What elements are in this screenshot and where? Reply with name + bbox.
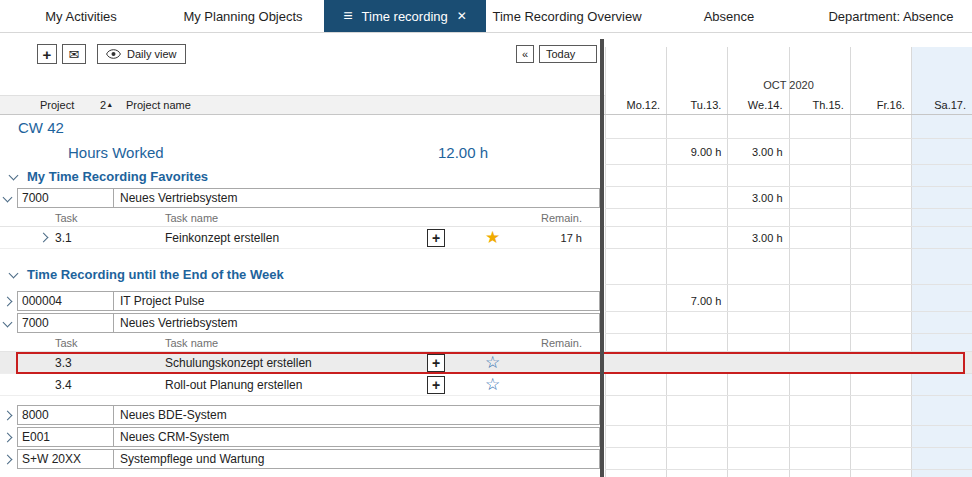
tab-my-planning-objects[interactable]: My Planning Objects xyxy=(162,0,324,32)
day-cell-mo[interactable] xyxy=(605,426,666,447)
day-cell-th[interactable] xyxy=(789,426,850,447)
add-entry-button[interactable]: + xyxy=(37,44,57,64)
day-cell-th[interactable] xyxy=(789,263,850,284)
day-cell-sa[interactable] xyxy=(911,290,972,311)
section-title[interactable]: Time Recording until the End of the Week xyxy=(27,267,284,282)
tab-department-absence[interactable]: Department: Absence xyxy=(810,0,972,32)
collapse-chevron-icon[interactable] xyxy=(9,170,19,180)
day-cell-we[interactable] xyxy=(727,263,788,284)
day-cell-fr[interactable] xyxy=(850,115,911,138)
add-time-button[interactable]: + xyxy=(427,376,445,394)
day-cell-we[interactable]: 3.00 h xyxy=(727,227,788,248)
collapse-chevron-icon[interactable] xyxy=(3,317,13,327)
project-name-cell[interactable]: Systempflege und Wartung xyxy=(113,449,600,469)
day-cell-fr[interactable] xyxy=(850,165,911,186)
project-name-cell[interactable]: Neues BDE-System xyxy=(113,405,600,425)
day-cell-mo[interactable] xyxy=(605,263,666,284)
day-cell-we[interactable] xyxy=(727,209,788,226)
day-cell-th[interactable] xyxy=(789,209,850,226)
task-row-3-1[interactable]: 3.1 Feinkonzept erstellen + ★ 17 h 3.00 … xyxy=(0,227,972,249)
expand-chevron-icon[interactable] xyxy=(3,454,13,464)
day-cell-mo[interactable] xyxy=(605,227,666,248)
day-cell-sa[interactable] xyxy=(911,227,972,248)
day-cell-we[interactable] xyxy=(727,404,788,425)
day-cell-we[interactable] xyxy=(727,115,788,138)
day-cell-fr[interactable] xyxy=(850,227,911,248)
day-cell-fr[interactable] xyxy=(850,404,911,425)
day-cell-th[interactable] xyxy=(789,139,850,164)
day-cell-th[interactable] xyxy=(789,290,850,311)
project-code-cell[interactable]: E001 xyxy=(17,427,114,447)
day-cell-sa[interactable] xyxy=(911,209,972,226)
day-cell-th[interactable] xyxy=(789,448,850,469)
tab-time-recording-overview[interactable]: Time Recording Overview xyxy=(486,0,648,32)
day-cell-fr[interactable] xyxy=(850,448,911,469)
day-cell-we[interactable]: 3.00 h xyxy=(727,187,788,208)
day-cell-tu[interactable] xyxy=(666,352,727,373)
day-cell-mo[interactable] xyxy=(605,404,666,425)
task-row-3-3-selected[interactable]: 3.3 Schulungskonzept erstellen + ☆ xyxy=(0,352,972,374)
collapse-chevron-icon[interactable] xyxy=(9,268,19,278)
project-code-cell[interactable]: 7000 xyxy=(17,313,114,333)
day-cell-fr[interactable] xyxy=(850,312,911,333)
day-cell-th[interactable] xyxy=(789,312,850,333)
day-cell-th[interactable] xyxy=(789,404,850,425)
day-cell-sa[interactable] xyxy=(911,312,972,333)
day-cell-we[interactable] xyxy=(727,334,788,351)
add-time-button[interactable]: + xyxy=(427,354,445,372)
day-cell-fr[interactable] xyxy=(850,263,911,284)
day-cell-sa[interactable] xyxy=(911,165,972,186)
expand-chevron-icon[interactable] xyxy=(39,233,49,243)
day-cell-tu[interactable] xyxy=(666,209,727,226)
day-cell-sa[interactable] xyxy=(911,187,972,208)
mail-button[interactable]: ✉ xyxy=(62,44,86,64)
day-cell-fr[interactable] xyxy=(850,334,911,351)
day-cell-sa[interactable] xyxy=(911,426,972,447)
expand-chevron-icon[interactable] xyxy=(3,296,13,306)
day-cell-fr[interactable] xyxy=(850,426,911,447)
day-cell-mo[interactable] xyxy=(605,165,666,186)
menu-icon[interactable]: ≡ xyxy=(343,8,352,24)
day-cell-mo[interactable] xyxy=(605,187,666,208)
day-cell-tu[interactable] xyxy=(666,426,727,447)
expand-chevron-icon[interactable] xyxy=(3,410,13,420)
favorite-star-outline-icon[interactable]: ☆ xyxy=(485,376,500,393)
day-cell-mo[interactable] xyxy=(605,334,666,351)
expand-chevron-icon[interactable] xyxy=(3,432,13,442)
tab-time-recording[interactable]: ≡ Time recording ✕ xyxy=(324,0,486,32)
day-cell-tu[interactable] xyxy=(666,334,727,351)
day-cell-mo[interactable] xyxy=(605,290,666,311)
panel-splitter[interactable] xyxy=(600,39,604,477)
day-cell-we[interactable] xyxy=(727,374,788,395)
day-cell-mo[interactable] xyxy=(605,115,666,138)
day-cell-we[interactable] xyxy=(727,352,788,373)
day-cell-sa[interactable] xyxy=(911,374,972,395)
day-cell-sa[interactable] xyxy=(911,139,972,164)
project-column-header[interactable]: Project xyxy=(40,99,100,111)
project-code-cell[interactable]: 000004 xyxy=(17,291,114,311)
day-cell-tu[interactable] xyxy=(666,115,727,138)
day-cell-th[interactable] xyxy=(789,227,850,248)
day-cell-sa[interactable] xyxy=(911,448,972,469)
day-cell-sa[interactable] xyxy=(911,352,972,373)
section-title[interactable]: My Time Recording Favorites xyxy=(27,169,208,184)
day-cell-tu[interactable] xyxy=(666,404,727,425)
day-cell-tu[interactable] xyxy=(666,165,727,186)
project-name-cell[interactable]: Neues Vertriebsystem xyxy=(113,313,600,333)
day-cell-we[interactable] xyxy=(727,165,788,186)
project-name-cell[interactable]: IT Project Pulse xyxy=(113,291,600,311)
day-cell-tu[interactable] xyxy=(666,312,727,333)
day-cell-th[interactable] xyxy=(789,165,850,186)
day-cell-fr[interactable] xyxy=(850,290,911,311)
day-cell-tu[interactable] xyxy=(666,263,727,284)
project-code-cell[interactable]: 8000 xyxy=(17,405,114,425)
day-cell-we[interactable] xyxy=(727,426,788,447)
daily-view-button[interactable]: Daily view xyxy=(97,44,186,64)
previous-week-button[interactable]: « xyxy=(516,45,534,63)
day-cell-th[interactable] xyxy=(789,187,850,208)
tab-absence[interactable]: Absence xyxy=(648,0,810,32)
day-cell-we[interactable] xyxy=(727,290,788,311)
day-cell-we[interactable] xyxy=(727,312,788,333)
project-code-cell[interactable]: 7000 xyxy=(17,188,114,208)
day-cell-sa[interactable] xyxy=(911,334,972,351)
